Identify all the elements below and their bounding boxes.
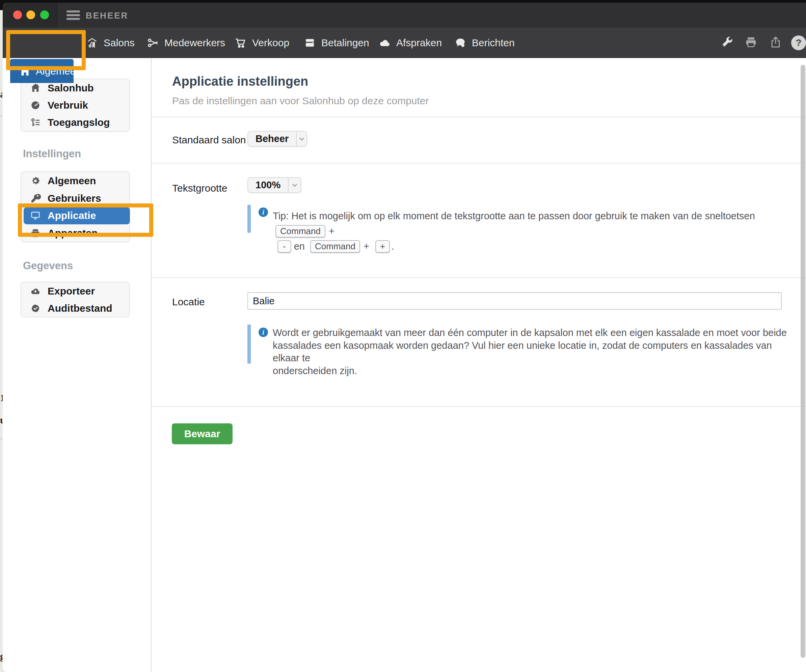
tools-button[interactable] xyxy=(718,28,737,58)
cart-icon xyxy=(234,36,248,49)
sidebar-item-label: Salonhub xyxy=(48,82,94,94)
sidebar-item-label: Gebruikers xyxy=(48,193,101,204)
house-icon xyxy=(19,65,31,77)
tab-label: Algemeen xyxy=(36,66,81,77)
tab-salons[interactable]: Salons xyxy=(85,28,135,58)
tab-algemeen[interactable]: Algemeen xyxy=(10,59,74,83)
question-mark-icon: ? xyxy=(796,38,801,48)
divider xyxy=(151,406,806,407)
sidebar-item-label: Exporteer xyxy=(48,285,95,297)
share-icon xyxy=(769,35,782,50)
scrollbar-thumb[interactable] xyxy=(801,65,805,658)
sidebar-divider xyxy=(151,58,152,672)
sidebar-item-label: Verbruik xyxy=(48,99,88,111)
background-artifact xyxy=(0,438,3,439)
tip-plus: + xyxy=(329,226,334,237)
sidebar-item-apparaten[interactable]: Apparaten xyxy=(21,224,129,242)
sidebar-item-label: Applicatie xyxy=(48,210,96,221)
tip-sentence: Tip: Het is mogelijk om op elk moment de… xyxy=(273,211,755,221)
monitor-icon xyxy=(30,209,41,222)
sidebar-item-gebruikers[interactable]: Gebruikers xyxy=(21,189,129,207)
sidebar-group-settings: Algemeen Gebruikers Applicatie xyxy=(21,171,130,242)
info-icon: i xyxy=(259,208,268,217)
background-artifact xyxy=(0,116,3,116)
locatie-input[interactable] xyxy=(248,292,782,310)
sidebar-section-gegevens: Gegevens xyxy=(23,260,73,272)
printer-icon xyxy=(30,227,41,239)
tab-label: Afspraken xyxy=(396,37,442,49)
zoom-button[interactable] xyxy=(40,10,49,19)
save-button[interactable]: Bewaar xyxy=(172,423,233,444)
share-button[interactable] xyxy=(766,28,785,58)
locatie-label: Locatie xyxy=(172,296,205,308)
gauge-icon xyxy=(30,99,41,111)
cloud-download-icon xyxy=(30,285,41,297)
tab-verkoop[interactable]: Verkoop xyxy=(234,28,289,58)
kbd-minus: - xyxy=(277,240,291,253)
tab-label: Verkoop xyxy=(252,37,289,49)
house-icon xyxy=(30,82,41,94)
locatie-info-text: Wordt er gebruikgemaakt van meer dan één… xyxy=(273,326,789,377)
tip-text: Tip: Het is mogelijk om op elk moment de… xyxy=(273,209,789,254)
sidebar-item-label: Toegangslog xyxy=(48,117,110,128)
tekstgrootte-select[interactable]: 100% xyxy=(248,177,301,193)
standaard-salon-value: Beheer xyxy=(248,132,296,146)
info-line-3: onderscheiden zijn. xyxy=(273,366,357,376)
key-icon xyxy=(30,192,41,204)
info-icon: i xyxy=(259,328,268,337)
tab-label: Betalingen xyxy=(321,37,369,49)
cloud-icon xyxy=(378,36,391,49)
tip-period: . xyxy=(391,241,394,252)
tab-medewerkers[interactable]: Medewerkers xyxy=(146,28,225,58)
info-line-2: kassalades een kasopmaak worden gedaan? … xyxy=(273,340,772,364)
page-title: Applicatie instellingen xyxy=(172,74,308,89)
sidebar-item-label: Algemeen xyxy=(48,175,96,186)
print-button[interactable] xyxy=(742,28,760,58)
sidebar-item-auditbestand[interactable]: Auditbestand xyxy=(21,300,129,317)
sidebar-item-verbruik[interactable]: Verbruik xyxy=(21,97,129,114)
menu-icon[interactable] xyxy=(66,10,80,20)
background-artifact: 1 xyxy=(0,392,3,404)
tab-label: Medewerkers xyxy=(164,37,225,49)
background-artifact: a xyxy=(0,88,3,100)
tip-en: en xyxy=(294,241,305,252)
badge-check-icon xyxy=(30,302,41,315)
background-artifact: g xyxy=(0,651,3,664)
close-button[interactable] xyxy=(13,10,22,19)
sidebar-item-applicatie[interactable]: Applicatie xyxy=(24,207,130,225)
window-title: BEHEER xyxy=(86,10,128,21)
sidebar-item-label: Auditbestand xyxy=(48,303,112,314)
tab-betalingen[interactable]: Betalingen xyxy=(303,28,369,58)
help-button[interactable]: ? xyxy=(791,35,806,50)
minimize-button[interactable] xyxy=(26,10,35,19)
sidebar-group-top: Salonhub Verbruik Toegangslog xyxy=(21,79,130,132)
sidebar-section-instellingen: Instellingen xyxy=(23,148,81,160)
sidebar-item-algemeen[interactable]: Algemeen xyxy=(21,172,129,189)
chevron-down-icon xyxy=(288,178,301,192)
kbd-plus: + xyxy=(375,240,390,253)
chevron-down-icon xyxy=(296,132,306,146)
cards-icon xyxy=(303,36,317,49)
sidebar-item-label: Apparaten xyxy=(48,227,97,239)
divider xyxy=(151,163,806,164)
info-line-1: Wordt er gebruikgemaakt van meer dan één… xyxy=(273,327,787,338)
tab-berichten[interactable]: Berichten xyxy=(454,28,515,58)
titlebar: BEHEER xyxy=(3,3,806,28)
tab-label: Berichten xyxy=(472,37,515,49)
divider xyxy=(151,117,806,117)
kbd-command: Command xyxy=(276,225,325,237)
sidebar-item-toegangslog[interactable]: Toegangslog xyxy=(21,114,129,131)
sidebar-group-data: Exporteer Auditbestand xyxy=(21,282,130,318)
info-accent-bar xyxy=(248,324,251,364)
wrench-icon xyxy=(721,35,734,50)
page-subtitle: Pas de instellingen aan voor Salonhub op… xyxy=(172,95,429,107)
tip-plus: + xyxy=(363,241,369,252)
background-artifact: u xyxy=(0,414,3,427)
standaard-salon-label: Standaard salon xyxy=(172,134,246,146)
standaard-salon-select[interactable]: Beheer xyxy=(248,131,307,147)
kbd-command: Command xyxy=(310,240,360,253)
sidebar-item-exporteer[interactable]: Exporteer xyxy=(21,282,129,300)
app-window: BEHEER Algemeen Salons xyxy=(3,3,806,672)
tab-afspraken[interactable]: Afspraken xyxy=(378,28,442,58)
divider xyxy=(151,277,806,278)
